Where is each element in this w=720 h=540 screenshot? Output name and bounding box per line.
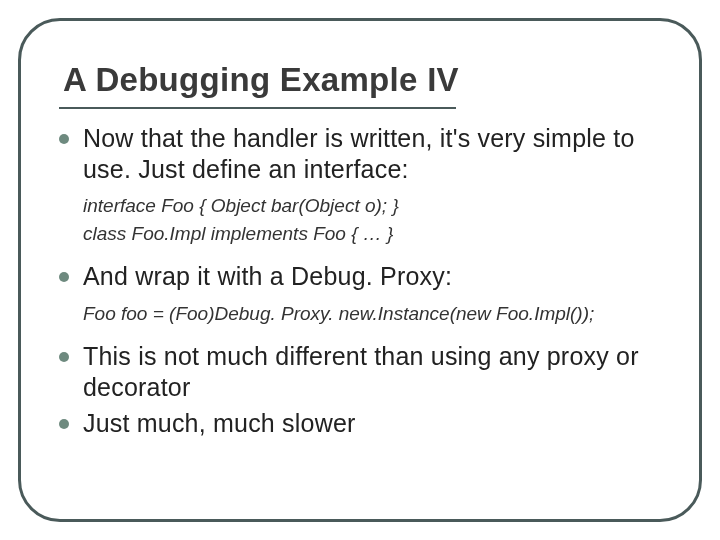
bullet-text: Just much, much slower: [83, 408, 356, 439]
bullet-icon: [59, 272, 69, 282]
bullet-item: Just much, much slower: [59, 408, 661, 439]
bullet-icon: [59, 419, 69, 429]
bullet-item: This is not much different than using an…: [59, 341, 661, 402]
code-line: Foo foo = (Foo)Debug. Proxy. new.Instanc…: [83, 300, 661, 328]
bullet-icon: [59, 134, 69, 144]
code-line: class Foo.Impl implements Foo { … }: [83, 220, 661, 248]
slide-body: Now that the handler is written, it's ve…: [59, 123, 661, 441]
bullet-text: And wrap it with a Debug. Proxy:: [83, 261, 452, 292]
bullet-text: Now that the handler is written, it's ve…: [83, 123, 661, 184]
bullet-item: And wrap it with a Debug. Proxy:: [59, 261, 661, 292]
code-line: interface Foo { Object bar(Object o); }: [83, 192, 661, 220]
slide: A Debugging Example IV Now that the hand…: [0, 0, 720, 540]
slide-title: A Debugging Example IV: [63, 61, 661, 99]
bullet-icon: [59, 352, 69, 362]
code-block: interface Foo { Object bar(Object o); } …: [83, 192, 661, 247]
title-underline: [59, 107, 456, 109]
bullet-item: Now that the handler is written, it's ve…: [59, 123, 661, 184]
slide-frame: A Debugging Example IV Now that the hand…: [18, 18, 702, 522]
code-block: Foo foo = (Foo)Debug. Proxy. new.Instanc…: [83, 300, 661, 328]
bullet-text: This is not much different than using an…: [83, 341, 661, 402]
